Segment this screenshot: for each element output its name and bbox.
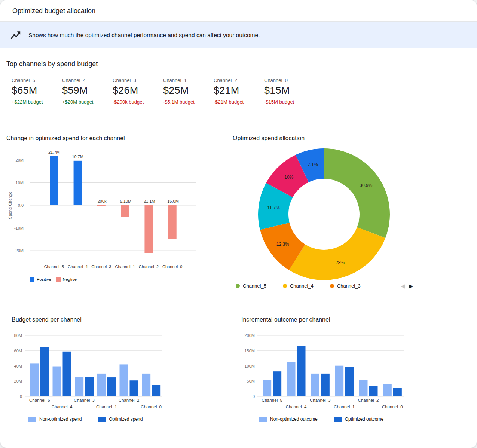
legend-label: Negtive (63, 277, 77, 282)
incremental-outcome-legend: Non-optimized outcomeOptimized outcome (259, 417, 400, 422)
x-axis-label: Channel_5 (262, 398, 282, 402)
legend-label: Non-optimized spend (39, 417, 82, 422)
optimized-bar (345, 367, 354, 396)
channel-budget-delta: -$200k budget (113, 99, 163, 105)
optimized-bar (273, 371, 281, 396)
optimized-bar (63, 352, 71, 396)
legend-color-swatch (236, 284, 240, 288)
slice-percent-label: 28% (336, 260, 345, 265)
x-axis-label: Channel_3 (91, 264, 111, 269)
channel-summary-card: Channel_1$25M-$5.1M budget (163, 77, 214, 105)
trending-insights-icon (10, 30, 21, 41)
optimized-budget-allocation-card: Optimized budget allocation Shows how mu… (0, 0, 477, 448)
incremental-outcome-chart-title: Incremental outcome per channel (241, 316, 410, 323)
donut-slice (289, 227, 385, 280)
spend-change-bar (168, 205, 177, 239)
legend-item: Positive (30, 277, 51, 282)
optimized-bar (152, 385, 160, 396)
y-axis-title: Spend Change (8, 191, 12, 219)
y-tick-label: 100M (244, 364, 255, 368)
non-optimized-bar (53, 367, 61, 396)
legend-label: Optimized outcome (345, 417, 383, 422)
spend-change-bar (144, 205, 153, 253)
y-tick-label: 80M (14, 333, 22, 338)
spend-allocation-donut-chart: 30.9%28%12.3%11.7%10%7.1% (233, 146, 416, 282)
spend-change-chart-title: Change in optimized spend for each chann… (6, 135, 208, 142)
y-tick-label: 0 (253, 394, 255, 399)
spend-change-chart-block: Change in optimized spend for each chann… (6, 135, 208, 288)
x-axis-label: Channel_2 (358, 398, 379, 402)
slice-percent-label: 7.1% (308, 162, 318, 167)
x-axis-label: Channel_1 (115, 264, 135, 269)
legend-item: Optimized spend (98, 417, 143, 422)
optimized-bar (321, 374, 330, 396)
spend-change-bar (50, 156, 58, 205)
incremental-outcome-chart: 050M100M150M200MChannel_5Channel_4Channe… (241, 328, 410, 412)
bar-value-label: -5.10M (119, 199, 131, 203)
legend-item: Non-optimized outcome (259, 417, 318, 422)
non-optimized-bar (263, 380, 271, 396)
optimized-bar (369, 386, 378, 396)
y-tick-label: 50M (247, 379, 255, 383)
y-tick-label: 0.0 (18, 203, 24, 208)
channel-name: Channel_2 (214, 77, 264, 83)
legend-prev-button[interactable]: ◀ (401, 283, 405, 289)
card-header: Optimized budget allocation (0, 0, 477, 22)
y-tick-label: 0 (20, 394, 22, 399)
x-axis-label: Channel_3 (310, 398, 331, 402)
non-optimized-bar (335, 366, 343, 396)
legend-color-swatch (30, 277, 34, 282)
non-optimized-bar (383, 384, 392, 396)
optimized-bar (85, 377, 94, 396)
x-axis-label: Channel_4 (52, 405, 73, 409)
channel-budget-delta: +$20M budget (62, 99, 113, 105)
top-channels-heading: Top channels by spend budget (6, 60, 98, 68)
legend-color-swatch (334, 417, 342, 422)
y-tick-label: 10M (16, 181, 24, 185)
y-tick-label: 20M (16, 158, 24, 162)
spend-allocation-chart-block: Optimized spend allocation 30.9%28%12.3%… (233, 135, 416, 296)
x-axis-label: Channel_0 (162, 264, 182, 269)
non-optimized-bar (142, 374, 150, 396)
legend-color-swatch (98, 417, 106, 422)
legend-item: Channel_3 (330, 283, 361, 289)
y-tick-label: 200M (244, 333, 255, 338)
non-optimized-bar (30, 363, 39, 396)
donut-slice (324, 148, 390, 238)
page-title: Optimized budget allocation (12, 7, 95, 15)
legend-next-button[interactable]: ▶ (409, 283, 413, 289)
y-tick-label: -20M (14, 248, 24, 253)
slice-percent-label: 30.9% (360, 183, 372, 188)
x-axis-label: Channel_4 (286, 405, 307, 409)
legend-item: Optimized outcome (334, 417, 383, 422)
non-optimized-bar (311, 374, 319, 396)
y-tick-label: -10M (14, 226, 24, 230)
channel-summary-card: Channel_5$65M+$22M budget (12, 77, 62, 105)
bar-value-label: -200k (96, 199, 107, 203)
x-axis-label: Channel_5 (44, 264, 64, 269)
legend-label: Positive (37, 277, 51, 282)
budget-spend-chart: 020M40M60M80MChannel_5Channel_4Channel_3… (12, 328, 169, 412)
legend-item: Channel_4 (283, 283, 314, 289)
bar-value-label: 19.7M (72, 154, 83, 159)
x-axis-label: Channel_1 (96, 405, 117, 409)
non-optimized-bar (287, 362, 296, 396)
channel-budget-delta: -$5.1M budget (163, 99, 214, 105)
channel-spend-value: $59M (62, 85, 113, 96)
spend-change-legend: PositiveNegtive (30, 277, 82, 282)
legend-color-swatch (28, 417, 36, 422)
slice-percent-label: 10% (284, 175, 293, 180)
channel-spend-value: $65M (12, 85, 62, 96)
budget-spend-chart-block: Budget spend per channel 020M40M60M80MCh… (12, 316, 169, 432)
spend-change-bar (121, 205, 129, 217)
slice-percent-label: 12.3% (276, 242, 289, 247)
optimized-bar (130, 380, 138, 396)
x-axis-label: Channel_2 (139, 264, 159, 269)
banner-description: Shows how much the optimized channel per… (28, 32, 260, 39)
channel-spend-value: $25M (163, 85, 214, 96)
legend-color-swatch (283, 284, 287, 288)
optimized-bar (40, 347, 49, 396)
channel-summary-card: Channel_2$21M-$21M budget (214, 77, 264, 105)
spend-change-chart: 20M10M0.0-10M-20M21.7MChannel_519.7MChan… (6, 144, 208, 275)
y-tick-label: 150M (244, 349, 255, 353)
